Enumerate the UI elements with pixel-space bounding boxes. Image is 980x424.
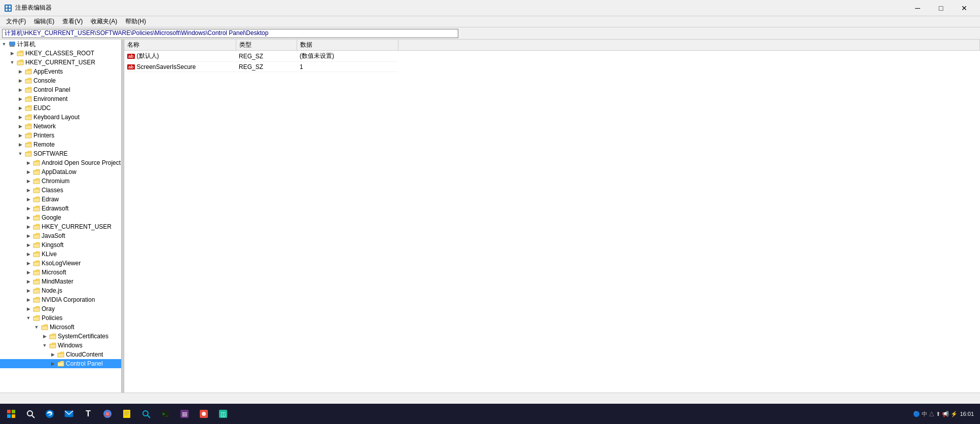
close-button[interactable]: ✕ — [953, 0, 976, 16]
taskbar-start[interactable] — [2, 405, 20, 423]
tree-item-hkcu[interactable]: ▼ HKEY_CURRENT_USER — [0, 58, 121, 67]
root-toggle[interactable]: ▼ — [0, 40, 8, 48]
col-header-data[interactable]: 数据 — [297, 40, 398, 51]
tree-item-edraw[interactable]: ▶ Edraw — [0, 195, 121, 204]
tree-item-remote[interactable]: ▶ Remote — [0, 140, 121, 149]
appevents-toggle[interactable]: ▶ — [16, 67, 24, 76]
tree-item-hkcu2[interactable]: ▶ HKEY_CURRENT_USER — [0, 222, 121, 231]
edraw-toggle[interactable]: ▶ — [24, 195, 32, 203]
tree-item-network[interactable]: ▶ Network — [0, 122, 121, 131]
tree-item-edrawsoft[interactable]: ▶ Edrawsoft — [0, 204, 121, 213]
mindmaster-toggle[interactable]: ▶ — [24, 277, 32, 286]
tree-item-nvidia[interactable]: ▶ NVIDIA Corporation — [0, 295, 121, 304]
tree-item-policies-microsoft[interactable]: ▼ Microsoft — [0, 323, 121, 332]
google-label: Google — [42, 214, 61, 221]
registry-row-default[interactable]: ab (默认人) REG_SZ (数值未设置) — [124, 51, 980, 62]
windows-toggle[interactable]: ▼ — [41, 341, 49, 349]
classes-toggle[interactable]: ▶ — [24, 186, 32, 194]
tree-item-javasoft[interactable]: ▶ JavaSoft — [0, 231, 121, 240]
tree-item-kingsoft[interactable]: ▶ Kingsoft — [0, 240, 121, 250]
environment-toggle[interactable]: ▶ — [16, 95, 24, 103]
network-toggle[interactable]: ▶ — [16, 122, 24, 130]
col-header-type[interactable]: 类型 — [236, 40, 297, 51]
maximize-button[interactable]: □ — [929, 0, 953, 16]
tree-item-oray[interactable]: ▶ Oray — [0, 304, 121, 313]
tree-item-windows[interactable]: ▼ Windows — [0, 341, 121, 350]
tree-item-console[interactable]: ▶ Console — [0, 76, 121, 85]
taskbar-search2[interactable] — [137, 405, 155, 423]
tree-item-classes[interactable]: ▶ Classes — [0, 186, 121, 195]
printers-toggle[interactable]: ▶ — [16, 131, 24, 139]
tree-item-aosp[interactable]: ▶ Android Open Source Project — [0, 158, 121, 167]
controlpanel-toggle[interactable]: ▶ — [16, 86, 24, 94]
eudc-toggle[interactable]: ▶ — [16, 104, 24, 112]
taskbar-app3[interactable]: ◫ — [214, 405, 232, 423]
tree-item-ksologviewer[interactable]: ▶ KsoLogViewer — [0, 259, 121, 268]
tree-panel[interactable]: ▼ 计算机 ▶ HKEY_CLASSES_ROOT ▼ HKEY_CURRENT… — [0, 40, 122, 393]
microsoft-toggle[interactable]: ▶ — [24, 268, 32, 276]
tree-item-microsoft[interactable]: ▶ Microsoft — [0, 268, 121, 277]
nodejs-toggle[interactable]: ▶ — [24, 287, 32, 295]
tree-item-eudc[interactable]: ▶ EUDC — [0, 103, 121, 113]
tree-item-systemcerts[interactable]: ▶ SystemCertificates — [0, 332, 121, 341]
tree-item-klive[interactable]: ▶ KLive — [0, 250, 121, 259]
tree-item-hkcr[interactable]: ▶ HKEY_CLASSES_ROOT — [0, 49, 121, 58]
taskbar-notes[interactable] — [118, 405, 136, 423]
policies-microsoft-toggle[interactable]: ▼ — [32, 323, 41, 331]
tree-root[interactable]: ▼ 计算机 — [0, 40, 121, 49]
tree-item-printers[interactable]: ▶ Printers — [0, 131, 121, 140]
keyboardlayout-toggle[interactable]: ▶ — [16, 113, 24, 121]
systemcerts-toggle[interactable]: ▶ — [41, 332, 49, 340]
javasoft-toggle[interactable]: ▶ — [24, 232, 32, 240]
edrawsoft-toggle[interactable]: ▶ — [24, 204, 32, 213]
tree-item-appevents[interactable]: ▶ AppEvents — [0, 67, 121, 76]
hkcu2-toggle[interactable]: ▶ — [24, 223, 32, 231]
tree-item-nodejs[interactable]: ▶ Node.js — [0, 286, 121, 295]
tree-item-environment[interactable]: ▶ Environment — [0, 94, 121, 103]
policies-toggle[interactable]: ▼ — [24, 314, 32, 322]
tree-item-chromium[interactable]: ▶ Chromium — [0, 176, 121, 186]
aosp-toggle[interactable]: ▶ — [24, 159, 32, 167]
klive-toggle[interactable]: ▶ — [24, 250, 32, 258]
registry-row-screensaver[interactable]: ab ScreenSaverIsSecure REG_SZ 1 — [124, 62, 980, 72]
oray-toggle[interactable]: ▶ — [24, 305, 32, 313]
ksologviewer-toggle[interactable]: ▶ — [24, 259, 32, 267]
chromium-toggle[interactable]: ▶ — [24, 177, 32, 185]
taskbar-edge[interactable] — [41, 405, 59, 423]
hkcr-toggle[interactable]: ▶ — [8, 49, 16, 57]
tree-item-policies[interactable]: ▼ Policies — [0, 313, 121, 323]
tree-item-google[interactable]: ▶ Google — [0, 213, 121, 222]
kingsoft-toggle[interactable]: ▶ — [24, 241, 32, 249]
menu-favorites[interactable]: 收藏夹(A) — [87, 16, 121, 27]
cloudcontent-toggle[interactable]: ▶ — [49, 350, 57, 359]
tree-item-desktop-controlpanel[interactable]: ▶ Control Panel — [0, 359, 121, 368]
address-input[interactable] — [2, 29, 458, 38]
menu-view[interactable]: 查看(V) — [58, 16, 87, 27]
taskbar-search[interactable] — [21, 405, 40, 423]
menu-help[interactable]: 帮助(H) — [121, 16, 150, 27]
tree-item-controlpanel[interactable]: ▶ Control Panel — [0, 85, 121, 94]
tree-item-mindmaster[interactable]: ▶ MindMaster — [0, 277, 121, 286]
console-toggle[interactable]: ▶ — [16, 77, 24, 85]
nvidia-toggle[interactable]: ▶ — [24, 296, 32, 304]
software-toggle[interactable]: ▼ — [16, 150, 24, 158]
tree-item-software[interactable]: ▼ SOFTWARE — [0, 149, 121, 158]
hkcu-toggle[interactable]: ▼ — [8, 58, 16, 66]
tree-item-keyboardlayout[interactable]: ▶ Keyboard Layout — [0, 113, 121, 122]
taskbar-app1[interactable]: ▤ — [175, 405, 194, 423]
desktop-controlpanel-toggle[interactable]: ▶ — [49, 360, 57, 368]
appdatalow-toggle[interactable]: ▶ — [24, 168, 32, 176]
tree-item-cloudcontent[interactable]: ▶ CloudContent — [0, 350, 121, 359]
menu-file[interactable]: 文件(F) — [2, 16, 30, 27]
taskbar-chrome[interactable] — [98, 405, 117, 423]
minimize-button[interactable]: ─ — [906, 0, 929, 16]
remote-toggle[interactable]: ▶ — [16, 140, 24, 149]
taskbar-typora[interactable]: T — [79, 405, 97, 423]
taskbar-mail[interactable] — [60, 405, 78, 423]
menu-edit[interactable]: 编辑(E) — [30, 16, 58, 27]
taskbar-terminal[interactable]: >_ — [156, 405, 174, 423]
google-toggle[interactable]: ▶ — [24, 214, 32, 222]
taskbar-app2[interactable] — [195, 405, 213, 423]
tree-item-appdatalow[interactable]: ▶ AppDataLow — [0, 167, 121, 176]
col-header-name[interactable]: 名称 — [124, 40, 236, 51]
